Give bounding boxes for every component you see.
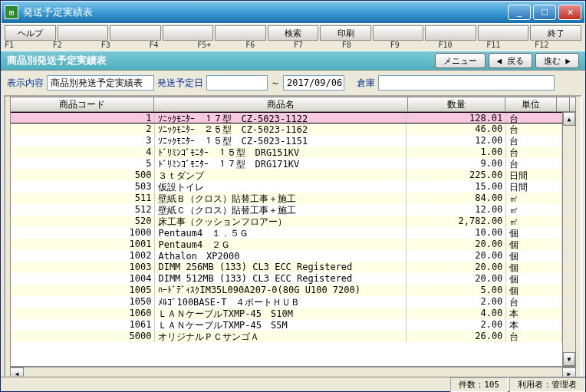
minimize-button[interactable]: _ (508, 5, 531, 20)
cell: 本 (506, 308, 562, 319)
cell: 壁紙Ｂ（クロス）貼替工事＋施工 (155, 193, 406, 204)
toolbar-button-0[interactable]: ヘルプ (5, 25, 56, 41)
scroll-track[interactable] (563, 126, 575, 352)
table-row[interactable]: 4ﾄﾞﾘﾐﾝｺﾞﾓﾆﾀｰ １５型 DRG151KV1.00台 (11, 147, 562, 158)
cell: 20.00 (407, 273, 507, 285)
subheader: 商品別発送予定実績表 メニュー ◀ 戻る 進む ▶ (1, 51, 585, 71)
cell: Athalon XP2000 (155, 250, 406, 262)
toolbar: ヘルプ検索印刷終了 (1, 24, 585, 41)
fkey-label-3: F4 (149, 41, 196, 49)
fkey-label-8: F9 (390, 41, 437, 49)
cell: DIMM 256MB (133) CL3 ECC Registered (155, 262, 406, 273)
cell: 日間 (506, 181, 562, 193)
cell: 2.00 (407, 296, 507, 308)
cell: 1060 (11, 308, 155, 319)
cell: 1005 (11, 285, 155, 296)
cell: 20.00 (407, 262, 507, 273)
date-to-field[interactable]: 2017/09/06 (283, 75, 344, 91)
col-header-unit[interactable]: 単位 (505, 97, 557, 111)
toolbar-button-9[interactable] (478, 25, 529, 41)
cell: 個 (506, 250, 562, 262)
fkey-label-9: F10 (438, 41, 485, 49)
cell: 台 (506, 296, 562, 308)
table-row[interactable]: 5ﾄﾞﾘﾐﾝｺﾞﾓﾆﾀｰ １７型 DRG171KV9.00台 (11, 158, 562, 170)
table-row[interactable]: 511壁紙Ｂ（クロス）貼替工事＋施工84.00㎡ (11, 193, 562, 204)
cell: 1 (11, 113, 155, 123)
cell: ｿﾆｯｸﾓﾆﾀｰ １５型 CZ-5023-1151 (155, 135, 406, 147)
warehouse-field[interactable] (378, 75, 555, 91)
cell: ｿﾆｯｸﾓﾆﾀｰ １７型 CZ-5023-1122 (155, 113, 406, 123)
col-header-code[interactable]: 商品コード (11, 97, 154, 111)
display-content-field[interactable]: 商品別発送予定実績表 (47, 75, 154, 91)
close-button[interactable]: ✕ (558, 5, 581, 20)
toolbar-button-5[interactable]: 検索 (268, 25, 319, 41)
menu-button[interactable]: メニュー (435, 53, 486, 68)
cell: 台 (506, 331, 562, 342)
fkey-label-2: F3 (101, 41, 148, 49)
cell: 84.00 (407, 193, 507, 204)
cell: 4 (11, 147, 155, 158)
col-header-qty[interactable]: 数量 (408, 97, 505, 111)
cell: 個 (506, 227, 562, 239)
scroll-down-icon[interactable]: ▼ (563, 352, 575, 366)
toolbar-button-7[interactable] (373, 25, 424, 41)
cell: 個 (506, 285, 562, 296)
table-row[interactable]: 1050ﾒﾙｺﾞ100BASE-T ４ポートＨＵＢ2.00台 (11, 296, 562, 308)
toolbar-button-10[interactable]: 終了 (530, 25, 581, 41)
cell: 台 (506, 135, 562, 147)
table-row[interactable]: 1002Athalon XP200020.00個 (11, 250, 562, 262)
cell: 2,782.00 (407, 216, 507, 227)
fkey-labels: F1F2F3F4F5+F6F7F8F9F10F11F12 (1, 41, 585, 51)
table-row[interactable]: 1ｿﾆｯｸﾓﾆﾀｰ １７型 CZ-5023-1122128.01台 (11, 112, 562, 124)
fkey-label-4: F5+ (197, 41, 244, 49)
cell: ㎡ (506, 193, 562, 204)
cell: 5 (11, 158, 155, 170)
toolbar-button-1[interactable] (58, 25, 109, 41)
table-row[interactable]: 1001Pentaum4 ２Ｇ20.00個 (11, 239, 562, 250)
table-row[interactable]: 2ｿﾆｯｸﾓﾆﾀｰ ２５型 CZ-5023-116246.00台 (11, 124, 562, 135)
cell: オリジナルＰＣサンゴＡ (155, 331, 406, 342)
toolbar-button-2[interactable] (110, 25, 161, 41)
warehouse-label: 倉庫 (357, 77, 375, 90)
table-row[interactable]: 3ｿﾆｯｸﾓﾆﾀｰ １５型 CZ-5023-115112.00台 (11, 135, 562, 147)
table-row[interactable]: 1005ﾊｰﾄﾞﾃﾞｨｽｸIM35L090A207-0(80G U100 720… (11, 285, 562, 296)
cell: ３ｔダンプ (155, 170, 406, 181)
cell: 3 (11, 135, 155, 147)
toolbar-button-3[interactable] (163, 25, 214, 41)
toolbar-button-8[interactable] (425, 25, 476, 41)
fkey-label-1: F2 (53, 41, 100, 49)
maximize-button[interactable]: ☐ (533, 5, 556, 20)
col-header-name[interactable]: 商品名 (154, 97, 408, 111)
forward-button[interactable]: 進む ▶ (535, 53, 579, 68)
cell: 壁紙Ｃ（クロス）貼替工事＋施工 (155, 204, 406, 216)
cell: 512 (11, 204, 155, 216)
toolbar-button-6[interactable]: 印刷 (320, 25, 371, 41)
fkey-label-7: F8 (342, 41, 389, 49)
status-bar: 件数：105 利用者：管理者 (1, 377, 585, 391)
cell: 10.00 (407, 227, 507, 239)
table-row[interactable]: 512壁紙Ｃ（クロス）貼替工事＋施工12.00㎡ (11, 204, 562, 216)
cell: 5.00 (407, 285, 507, 296)
back-button[interactable]: ◀ 戻る (489, 53, 532, 68)
table-row[interactable]: 1000Pentaum4 １．５Ｇ10.00個 (11, 227, 562, 239)
vertical-scrollbar[interactable]: ▲ ▼ (562, 112, 575, 366)
table-row[interactable]: 5000オリジナルＰＣサンゴＡ26.00台 (11, 331, 562, 342)
grid-body[interactable]: 1ｿﾆｯｸﾓﾆﾀｰ １７型 CZ-5023-1122128.01台2ｿﾆｯｸﾓﾆ… (11, 112, 562, 366)
cell: 2.00 (407, 319, 507, 331)
date-from-field[interactable] (206, 75, 268, 91)
cell: 台 (506, 113, 562, 123)
toolbar-button-4[interactable] (215, 25, 266, 41)
table-row[interactable]: 1004DIMM 512MB (133) CL3 ECC Registered2… (11, 273, 562, 285)
table-row[interactable]: 520床工事（クッションフロアー）2,782.00㎡ (11, 216, 562, 227)
table-row[interactable]: 1060ＬＡＮケーブルTXMP-45 S10M4.00本 (11, 308, 562, 319)
cell: 9.00 (407, 158, 507, 170)
cell: 1004 (11, 273, 155, 285)
cell: 511 (11, 193, 155, 204)
display-content-label: 表示内容 (7, 77, 44, 90)
table-row[interactable]: 1061ＬＡＮケーブルTXMP-45 S5M2.00本 (11, 319, 562, 331)
cell: 503 (11, 181, 155, 193)
table-row[interactable]: 500３ｔダンプ225.00日間 (11, 170, 562, 181)
table-row[interactable]: 1003DIMM 256MB (133) CL3 ECC Registered2… (11, 262, 562, 273)
table-row[interactable]: 503仮設トイレ15.00日間 (11, 181, 562, 193)
scroll-up-icon[interactable]: ▲ (563, 112, 575, 126)
